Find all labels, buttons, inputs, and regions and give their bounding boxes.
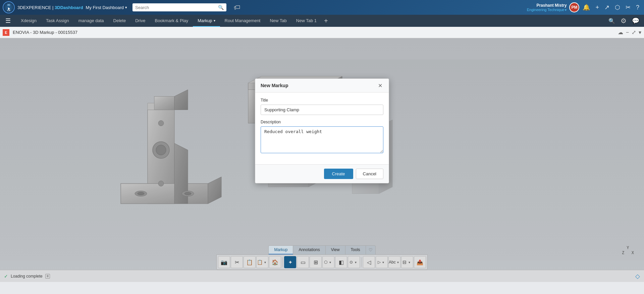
search-input[interactable] xyxy=(135,5,217,10)
nav-item-xdesign[interactable]: Xdesign xyxy=(16,15,41,27)
brand-dashboard: 3DDashboard xyxy=(55,5,83,10)
search-icon: 🔍 xyxy=(218,5,224,10)
modal-overlay: New Markup ✕ Title Description Reduced o… xyxy=(0,38,644,282)
user-org-label: Engineering Technique xyxy=(527,8,565,12)
brand-3d: 3D xyxy=(17,5,23,10)
new-markup-modal: New Markup ✕ Title Description Reduced o… xyxy=(255,78,389,183)
tab-bar: E ENOVIA - 3D Markup - 00015537 ☁ − ⤢ ▾ xyxy=(0,27,644,38)
viewport: Y Z X New Markup ✕ Title Description Red… xyxy=(0,38,644,282)
modal-close-button[interactable]: ✕ xyxy=(377,82,383,89)
description-label: Description xyxy=(261,120,383,124)
tab-expand-icon[interactable]: ▾ xyxy=(639,29,641,36)
user-name: Prashant Mistry xyxy=(536,3,567,8)
tab-maximize-icon[interactable]: ⤢ xyxy=(632,29,636,36)
content-area: Y Z X New Markup ✕ Title Description Red… xyxy=(0,38,644,282)
tab-minimize-icon[interactable]: − xyxy=(626,30,629,36)
tools-icon[interactable]: ✂ xyxy=(624,2,633,12)
modal-header: New Markup ✕ xyxy=(255,79,389,93)
nav-settings-icon[interactable]: ⚙ xyxy=(619,15,629,26)
create-button[interactable]: Create xyxy=(324,169,353,179)
add-icon[interactable]: + xyxy=(593,3,601,12)
nav-item-bookmark-play[interactable]: Bookmark & Play xyxy=(150,15,193,27)
nav-item-new-tab-1[interactable]: New Tab 1 xyxy=(291,15,321,27)
nav-search-icon[interactable]: 🔍 xyxy=(606,16,617,25)
nav-bar: ☰ Xdesign Task Assign manage data Delete… xyxy=(0,15,644,27)
nav-item-new-tab[interactable]: New Tab xyxy=(265,15,291,27)
tag-icon[interactable]: 🏷 xyxy=(232,3,243,12)
description-textarea[interactable]: Reduced overall weight xyxy=(261,126,383,153)
tab-icon: E xyxy=(3,29,9,36)
user-org[interactable]: Engineering Technique ▾ xyxy=(527,8,567,12)
brand-separator: | xyxy=(52,5,55,10)
nav-item-rout-management[interactable]: Rout Management xyxy=(220,15,265,27)
nav-right-icons: 🔍 ⚙ 💬 xyxy=(606,15,641,26)
nav-item-manage-data[interactable]: manage data xyxy=(74,15,109,27)
tab-title: ENOVIA - 3D Markup - 00015537 xyxy=(13,30,77,35)
title-label: Title xyxy=(261,98,383,103)
modal-title: New Markup xyxy=(261,83,288,88)
notifications-icon[interactable]: 🔔 xyxy=(581,2,592,12)
app-logo[interactable]: 3D V.R xyxy=(3,1,15,13)
nav-item-markup-label: Markup xyxy=(198,18,212,23)
cancel-button[interactable]: Cancel xyxy=(356,169,383,179)
dashboard-name[interactable]: My First Dashboard ▾ xyxy=(86,5,127,10)
user-org-dropdown[interactable]: ▾ xyxy=(565,8,567,12)
brand-text: 3DEXPERIENCE | 3DDashboard xyxy=(17,5,83,10)
nav-add-tab-button[interactable]: + xyxy=(321,16,331,26)
title-input[interactable] xyxy=(261,105,383,115)
search-bar[interactable]: 🔍 xyxy=(132,3,226,11)
nav-menu-button[interactable]: ☰ xyxy=(3,16,13,26)
nav-item-drive[interactable]: Drive xyxy=(130,15,150,27)
help-icon[interactable]: ? xyxy=(634,3,641,12)
user-info: Prashant Mistry Engineering Technique ▾ xyxy=(527,3,567,12)
brand-experience: EXPERIENCE xyxy=(23,5,51,10)
share-icon[interactable]: ↗ xyxy=(602,2,611,12)
dashboard-dropdown-icon[interactable]: ▾ xyxy=(125,5,127,10)
nav-chat-icon[interactable]: 💬 xyxy=(630,16,641,26)
avatar[interactable]: PM xyxy=(569,2,579,12)
top-bar: 3D V.R 3DEXPERIENCE | 3DDashboard My Fir… xyxy=(0,0,644,15)
share-alt-icon[interactable]: ⬡ xyxy=(613,2,622,12)
nav-item-task-assign[interactable]: Task Assign xyxy=(41,15,74,27)
modal-footer: Create Cancel xyxy=(255,164,389,183)
nav-item-markup-dropdown[interactable]: ▾ xyxy=(214,19,215,22)
logo-inner: 3D V.R xyxy=(4,3,13,12)
nav-item-delete[interactable]: Delete xyxy=(109,15,131,27)
tab-cloud-icon[interactable]: ☁ xyxy=(618,29,623,36)
top-bar-actions: Prashant Mistry Engineering Technique ▾ … xyxy=(527,2,641,12)
modal-body: Title Description Reduced overall weight xyxy=(255,93,389,164)
nav-item-markup[interactable]: Markup ▾ xyxy=(193,15,220,27)
dashboard-name-label: My First Dashboard xyxy=(86,5,124,10)
tab-right-icons: ☁ − ⤢ ▾ xyxy=(618,29,641,36)
